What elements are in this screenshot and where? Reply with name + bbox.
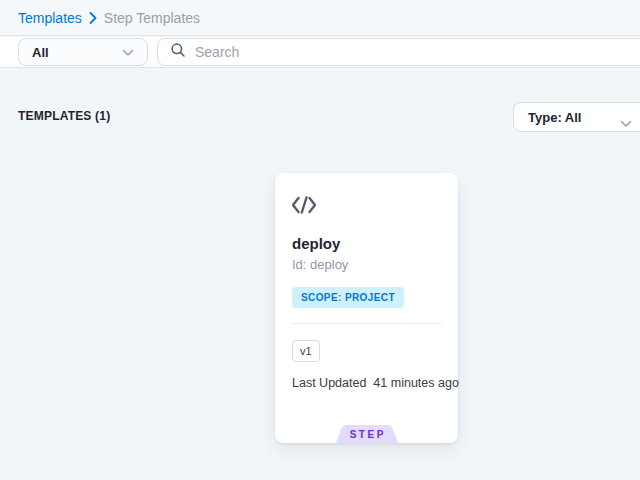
template-name: deploy	[292, 235, 340, 252]
page-header: Templates Step Templates	[0, 0, 640, 36]
breadcrumb-current: Step Templates	[104, 10, 200, 26]
templates-count-label: TEMPLATES (1)	[18, 109, 110, 123]
filter-toolbar: All	[0, 37, 640, 68]
type-filter-value: Type: All	[528, 110, 581, 125]
template-id: Id: deploy	[292, 257, 348, 272]
last-updated-row: Last Updated41 minutes ago	[292, 376, 459, 390]
template-card[interactable]: deploy Id: deploy SCOPE: PROJECT v1 Last…	[275, 173, 458, 443]
scope-filter-value: All	[32, 45, 49, 60]
type-filter-dropdown[interactable]: Type: All	[513, 102, 640, 132]
template-type-tag: STEP	[331, 425, 403, 443]
chevron-down-icon	[122, 43, 134, 61]
last-updated-label: Last Updated	[292, 376, 366, 390]
card-divider	[292, 323, 442, 324]
chevron-down-icon	[620, 114, 632, 132]
search-box[interactable]	[157, 38, 640, 66]
breadcrumb: Templates Step Templates	[18, 10, 200, 26]
chevron-right-icon	[89, 12, 97, 24]
breadcrumb-templates-link[interactable]: Templates	[18, 10, 82, 26]
version-chip: v1	[292, 340, 320, 362]
last-updated-value: 41 minutes ago	[373, 376, 458, 390]
search-input[interactable]	[195, 44, 595, 60]
scope-badge: SCOPE: PROJECT	[292, 287, 404, 308]
code-icon	[290, 195, 318, 219]
template-type-tag-label: STEP	[331, 429, 403, 440]
search-icon	[170, 42, 186, 62]
scope-filter-dropdown[interactable]: All	[18, 38, 148, 66]
